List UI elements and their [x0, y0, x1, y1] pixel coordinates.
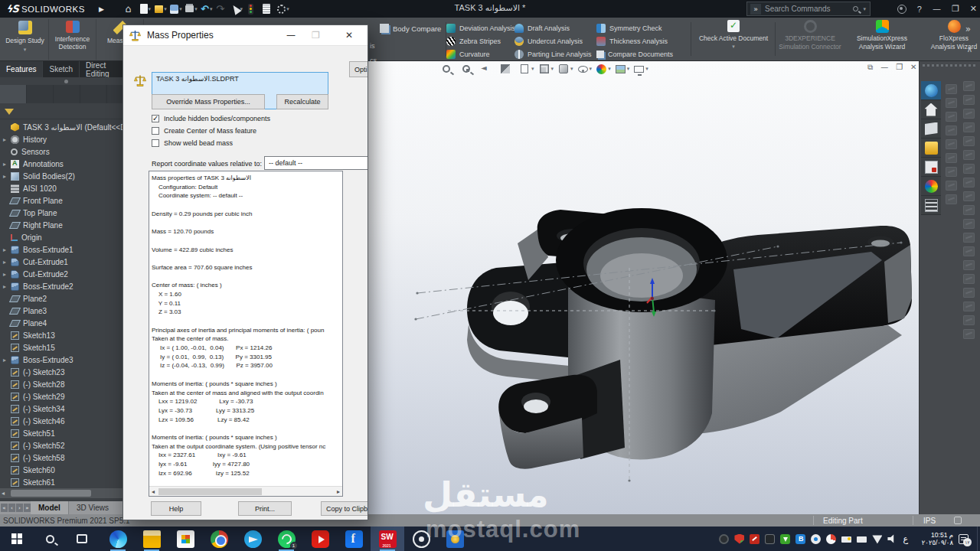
- annotation-view-icon[interactable]: ▾: [519, 64, 534, 74]
- action-center-icon[interactable]: ١٢: [959, 534, 969, 544]
- first-tab-icon[interactable]: «: [1, 504, 8, 512]
- file-explorer-taskbar-icon[interactable]: [135, 527, 168, 551]
- configurationmanager-tab[interactable]: [54, 85, 80, 103]
- close-button[interactable]: ✕: [970, 4, 977, 14]
- expand-icon[interactable]: ▸: [3, 259, 11, 266]
- copy-to-clipboard-button[interactable]: Copy to Clipb: [321, 501, 368, 516]
- custom-properties-tab[interactable]: [921, 196, 941, 215]
- disabled-tool-icon[interactable]: [946, 194, 957, 204]
- file-properties-icon[interactable]: ▾: [262, 3, 275, 15]
- disabled-tool-icon[interactable]: [946, 98, 957, 108]
- tree-item[interactable]: ▸ Plane2: [0, 292, 136, 305]
- ribbon-button[interactable]: Draft Analysis: [514, 22, 592, 34]
- disabled-tool-icon[interactable]: [963, 288, 975, 298]
- design-library-tab[interactable]: [921, 119, 941, 139]
- ribbon-button[interactable]: Curvature: [446, 48, 515, 60]
- restore-button[interactable]: ❐: [952, 4, 959, 14]
- tree-item[interactable]: ▸ Cut-Extrude1: [0, 256, 136, 268]
- file-explorer-tab[interactable]: [921, 139, 941, 158]
- section-view-icon[interactable]: ▾: [500, 64, 515, 74]
- tree-filter-bar[interactable]: [0, 104, 136, 119]
- chevron-down-icon[interactable]: ▾: [732, 44, 735, 50]
- solidworks-resources-tab[interactable]: [921, 100, 941, 119]
- expand-icon[interactable]: ▸: [3, 136, 11, 143]
- dimxpertmanager-tab[interactable]: [80, 85, 107, 103]
- taskbar-search-button[interactable]: [34, 527, 66, 551]
- ribbon-button[interactable]: Design Study ▾: [2, 19, 49, 60]
- tree-root-item[interactable]: TASK 3 الاسطوانه (Default<<De: [0, 121, 136, 133]
- expand-icon[interactable]: ▸: [3, 271, 11, 278]
- tree-item[interactable]: ▸ AISI 1020: [0, 182, 136, 194]
- ribbon-button[interactable]: Symmetry Check: [596, 22, 673, 34]
- options-icon[interactable]: ▾: [277, 3, 290, 15]
- download-manager-icon[interactable]: [780, 534, 790, 544]
- monitor-app-icon[interactable]: [765, 534, 775, 544]
- document-restore-icon[interactable]: ❐: [896, 63, 903, 72]
- facebook-taskbar-icon[interactable]: [337, 527, 371, 551]
- tab-features[interactable]: Features: [0, 61, 42, 77]
- panel-grip[interactable]: [64, 80, 68, 83]
- tree-item[interactable]: ▸ Plane4: [0, 317, 136, 329]
- tree-item[interactable]: ▸ (-) Sketch46: [0, 415, 136, 427]
- chevron-down-icon[interactable]: ▾: [194, 6, 198, 12]
- dialog-title-bar[interactable]: Mass Properties — ❐ ✕: [123, 25, 368, 46]
- tree-item[interactable]: ▸ Origin: [0, 231, 136, 243]
- view-palette-tab[interactable]: [921, 158, 941, 177]
- chevron-down-icon[interactable]: ▾: [286, 6, 289, 12]
- tree-item[interactable]: ▸ Solid Bodies(2): [0, 170, 136, 182]
- dialog-checkbox[interactable]: Create Center of Mass feature: [152, 126, 368, 135]
- whatsapp-taskbar-icon[interactable]: 1: [270, 527, 303, 551]
- disabled-tool-icon[interactable]: [946, 126, 957, 135]
- chevron-down-icon[interactable]: ▾: [551, 66, 554, 72]
- chevron-down-icon[interactable]: ▾: [164, 6, 167, 12]
- youtube-taskbar-icon[interactable]: [303, 527, 337, 551]
- chevron-down-icon[interactable]: ▾: [531, 66, 534, 72]
- checkbox-icon[interactable]: [152, 127, 159, 135]
- featuremanager-tab[interactable]: [0, 85, 27, 103]
- next-tab-icon[interactable]: ›: [16, 504, 23, 512]
- mass-properties-report[interactable]: Mass properties of TASK 3 الاسطوانه Conf…: [149, 171, 343, 497]
- search-commands-box[interactable]: » Search Commands ▾: [746, 2, 871, 16]
- tree-item[interactable]: ▸ Sketch13: [0, 329, 136, 341]
- disabled-tool-icon[interactable]: [946, 139, 957, 149]
- clock[interactable]: 10:51 م ٢٠٢٥/٠٩/٠٨: [913, 531, 953, 546]
- minimize-button[interactable]: —: [933, 4, 941, 14]
- options-button[interactable]: Opti: [349, 61, 368, 77]
- search-dropdown-icon[interactable]: ▾: [863, 6, 866, 12]
- disabled-tool-icon[interactable]: [963, 260, 975, 270]
- view-settings-icon[interactable]: ▾: [634, 65, 648, 73]
- hide-show-items-icon[interactable]: ▾: [578, 64, 593, 74]
- propertymanager-tab[interactable]: [27, 85, 54, 103]
- disabled-tool-icon[interactable]: [963, 136, 975, 146]
- chevron-down-icon[interactable]: ▾: [179, 6, 182, 12]
- solidworks-taskbar-icon[interactable]: [371, 527, 404, 551]
- ribbon-button[interactable]: Interference Detection ▾: [49, 19, 96, 60]
- edit-appearance-icon[interactable]: ▾: [596, 64, 611, 74]
- chevron-down-icon[interactable]: ▾: [645, 66, 648, 72]
- ribbon-button[interactable]: Parting Line Analysis: [514, 48, 592, 60]
- help-button[interactable]: Help: [151, 501, 201, 516]
- ribbon-button[interactable]: Deviation Analysis: [446, 22, 515, 34]
- coordinate-system-dropdown[interactable]: -- default --: [264, 156, 368, 170]
- disabled-tool-icon[interactable]: [963, 81, 975, 91]
- check-active-document-button[interactable]: Check Active Document ▾: [695, 20, 772, 50]
- body-compare-button[interactable]: Body Compare: [380, 24, 441, 33]
- disabled-tool-icon[interactable]: [963, 164, 975, 174]
- 3dexperience-tab[interactable]: [921, 81, 941, 100]
- ribbon-collapse-icon[interactable]: ∧: [967, 45, 972, 54]
- disabled-tool-icon[interactable]: [946, 167, 957, 177]
- settings-utility-icon[interactable]: [811, 534, 821, 544]
- scroll-right-icon[interactable]: ▸: [337, 488, 340, 495]
- previous-view-icon[interactable]: ▾: [480, 64, 495, 74]
- zoom-to-area-icon[interactable]: ▾: [461, 64, 476, 74]
- dialog-checkbox[interactable]: Show weld bead mass: [152, 138, 368, 148]
- view-orientation-icon[interactable]: ▾: [539, 64, 554, 74]
- scrollbar-thumb[interactable]: [11, 490, 91, 497]
- chevron-down-icon[interactable]: ▾: [210, 6, 213, 12]
- new-document-icon[interactable]: ▾: [139, 3, 152, 15]
- disabled-tool-icon[interactable]: [963, 205, 975, 215]
- rebuild-icon[interactable]: ▾: [247, 3, 260, 15]
- wifi-icon[interactable]: [872, 534, 882, 544]
- battery-alert-icon[interactable]: [841, 536, 851, 543]
- ribbon-button[interactable]: SimulationXpress Analysis Wizard: [850, 20, 914, 51]
